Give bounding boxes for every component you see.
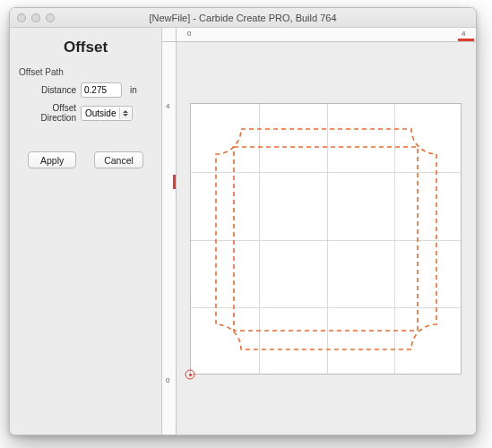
offset-shape[interactable] <box>177 42 476 392</box>
titlebar: [NewFile] - Carbide Create PRO, Build 76… <box>10 8 476 28</box>
sidebar-panel: Offset Offset Path Distance in Offset Di… <box>10 28 162 435</box>
ruler-horizontal[interactable]: 04 <box>177 28 476 42</box>
direction-row: Offset Direction Outside <box>19 103 152 123</box>
distance-row: Distance in <box>19 82 152 98</box>
ruler-v-tick: 4 <box>166 102 169 110</box>
direction-label: Offset Direction <box>19 103 76 123</box>
outer-offset-path[interactable] <box>216 129 436 349</box>
button-row: Apply Cancel <box>19 151 152 168</box>
apply-button[interactable]: Apply <box>28 151 76 168</box>
zoom-window-button[interactable] <box>46 13 55 22</box>
origin-handle[interactable] <box>186 370 195 380</box>
app-window: [NewFile] - Carbide Create PRO, Build 76… <box>9 7 477 435</box>
ruler-vertical[interactable]: 40 <box>162 42 177 435</box>
ruler-h-tick: 0 <box>187 30 191 38</box>
cancel-button[interactable]: Cancel <box>94 151 143 168</box>
ruler-h-red-marker <box>458 39 474 41</box>
canvas-viewport[interactable] <box>177 42 476 435</box>
origin-dot-icon <box>189 374 192 376</box>
content-area: Offset Offset Path Distance in Offset Di… <box>10 28 476 435</box>
distance-label: Distance <box>19 85 76 95</box>
offset-path-label: Offset Path <box>19 67 152 77</box>
direction-value: Outside <box>85 108 116 118</box>
ruler-corner <box>162 28 177 42</box>
panel-title: Offset <box>19 39 152 56</box>
minimize-window-button[interactable] <box>31 13 40 22</box>
distance-unit: in <box>130 85 137 95</box>
window-title: [NewFile] - Carbide Create PRO, Build 76… <box>10 13 476 23</box>
chevron-updown-icon <box>119 108 131 119</box>
window-controls <box>17 13 55 22</box>
ruler-v-red-marker <box>173 175 176 189</box>
canvas-area: 04 40 <box>162 28 476 435</box>
distance-input[interactable] <box>81 82 122 98</box>
close-window-button[interactable] <box>17 13 26 22</box>
ruler-v-tick: 0 <box>166 376 169 384</box>
direction-select[interactable]: Outside <box>81 106 133 121</box>
ruler-h-tick: 4 <box>462 30 465 38</box>
inner-source-rect[interactable] <box>234 147 418 331</box>
